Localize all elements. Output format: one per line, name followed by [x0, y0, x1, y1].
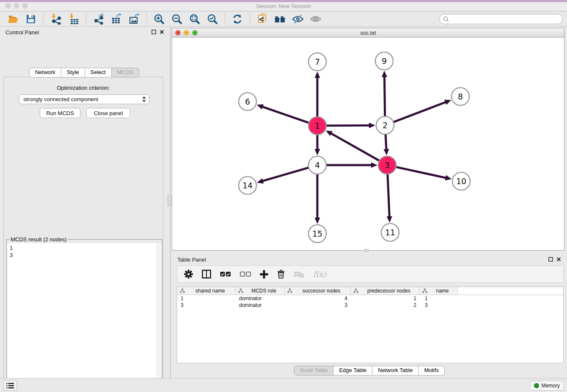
zoom-in-icon[interactable]	[153, 13, 165, 25]
first-neighbors-icon[interactable]	[274, 13, 286, 25]
export-table-icon[interactable]	[110, 13, 123, 25]
table-cell: 3	[420, 302, 458, 308]
zoom-out-icon[interactable]	[171, 13, 183, 25]
node-table[interactable]: shared nameMCDS rolesuccessor nodesprede…	[177, 287, 564, 363]
tab-style[interactable]: Style	[61, 68, 85, 77]
optimization-criterion-label: Optimization criterion:	[4, 85, 163, 91]
close-table-panel-icon[interactable]	[556, 257, 561, 262]
control-panel: Control Panel NetworkStyleSelectMCDS Opt…	[0, 27, 168, 378]
save-icon[interactable]	[25, 13, 37, 25]
mcds-result-area[interactable]: 13	[7, 243, 162, 392]
close-panel-icon[interactable]	[160, 30, 164, 34]
table-cell: 1	[351, 295, 420, 301]
network-canvas[interactable]: 7968124314101511	[172, 38, 564, 250]
column-header-successor-nodes[interactable]: successor nodes	[285, 287, 351, 295]
arrowhead-1-4	[315, 149, 320, 155]
arrowhead-4-15	[315, 218, 320, 224]
toolbar-separator	[225, 13, 225, 25]
node-label-4: 4	[315, 160, 320, 170]
table-cell: 1	[420, 295, 458, 301]
hide-selected-icon[interactable]	[292, 13, 304, 25]
column-header-label: successor nodes	[292, 288, 350, 294]
network-graph[interactable]: 7968124314101511	[172, 38, 564, 250]
task-history-button[interactable]	[3, 380, 17, 391]
arrowhead-2-3	[383, 149, 389, 155]
table-tab-node-table[interactable]: Node Table	[294, 366, 334, 375]
table-row[interactable]: 1dominator411	[177, 295, 563, 302]
edge-1-6[interactable]	[261, 106, 308, 122]
column-header-MCDS-role[interactable]: MCDS role	[236, 287, 285, 295]
table-cell: dominator	[236, 295, 285, 301]
table-panel-title: Table Panel	[177, 257, 206, 263]
tab-network[interactable]: Network	[29, 68, 61, 77]
edge-4-14[interactable]	[262, 168, 308, 181]
zoom-selected-icon[interactable]	[206, 13, 219, 25]
arrowhead-3-10	[445, 175, 451, 181]
toolbar-separator	[250, 13, 250, 25]
delete-column-icon[interactable]	[277, 270, 285, 279]
refresh-icon[interactable]	[231, 13, 244, 25]
edge-2-8[interactable]	[394, 102, 447, 122]
close-panel-button[interactable]: Close panel	[86, 108, 130, 118]
vertical-splitter-handle[interactable]	[168, 195, 171, 206]
node-label-8: 8	[458, 92, 463, 101]
table-cell: 3	[285, 302, 351, 308]
columns-icon[interactable]	[202, 270, 211, 279]
edge-3-1[interactable]	[330, 133, 379, 160]
edge-3-11[interactable]	[388, 174, 389, 218]
network-window-titlebar[interactable]: × − + scc.txt	[172, 28, 564, 38]
clone-network-icon[interactable]	[256, 13, 269, 25]
mcds-result-lines: 13	[7, 243, 162, 259]
network-window-title: scc.txt	[172, 30, 564, 36]
open-folder-icon[interactable]	[7, 13, 19, 25]
table-tab-network-table[interactable]: Network Table	[372, 366, 418, 375]
result-scrollbar[interactable]	[157, 243, 162, 392]
node-label-6: 6	[245, 97, 250, 106]
criterion-value: strongly connected component	[23, 96, 98, 102]
export-network-icon[interactable]	[92, 13, 105, 25]
table-cell: 4	[285, 295, 351, 301]
float-panel-icon[interactable]	[151, 30, 156, 34]
float-table-panel-icon[interactable]	[548, 257, 553, 262]
sort-tree-icon	[422, 288, 427, 293]
main-toolbar	[0, 11, 567, 27]
node-label-9: 9	[382, 56, 387, 66]
edge-1-2[interactable]	[327, 125, 370, 126]
export-image-icon[interactable]	[128, 13, 140, 25]
edge-2-9[interactable]	[384, 76, 385, 116]
select-all-icon[interactable]	[220, 271, 231, 277]
table-tabs: Node TableEdge TableNetwork TableMotifs	[172, 366, 567, 375]
node-label-11: 11	[385, 228, 395, 237]
table-tab-edge-table[interactable]: Edge Table	[333, 366, 372, 375]
control-panel-title: Control Panel	[6, 29, 39, 36]
zoom-fit-icon[interactable]	[188, 13, 201, 25]
run-mcds-button[interactable]: Run MCDS	[40, 108, 80, 118]
tab-select[interactable]: Select	[85, 68, 112, 77]
add-column-icon[interactable]	[260, 270, 268, 279]
node-label-10: 10	[456, 177, 466, 186]
criterion-dropdown[interactable]: strongly connected component	[19, 94, 149, 104]
memory-button[interactable]: Memory	[530, 381, 564, 391]
search-input[interactable]	[451, 16, 562, 22]
table-row[interactable]: 3dominator323	[177, 302, 563, 309]
arrowhead-1-7	[315, 72, 320, 78]
sort-tree-icon	[238, 288, 243, 293]
column-header-predecessor-nodes[interactable]: predecessor nodes	[351, 287, 420, 295]
import-table-icon[interactable]	[67, 13, 80, 25]
toolbar-separator	[43, 13, 44, 25]
gear-icon[interactable]	[184, 270, 193, 279]
edge-3-10[interactable]	[396, 167, 446, 178]
show-all-icon[interactable]	[309, 13, 322, 25]
toolbar-separator	[86, 13, 86, 25]
column-header-name[interactable]: name	[420, 287, 458, 295]
import-network-icon[interactable]	[50, 13, 62, 25]
search-box[interactable]	[439, 14, 563, 24]
sort-tree-icon	[287, 288, 292, 293]
horizontal-splitter-handle[interactable]	[364, 249, 369, 252]
edge-2-3[interactable]	[385, 135, 386, 150]
node-label-7: 7	[315, 57, 320, 66]
deselect-all-icon[interactable]	[240, 271, 251, 277]
column-header-shared-name[interactable]: shared name	[177, 287, 236, 295]
tab-mcds[interactable]: MCDS	[111, 68, 139, 77]
table-tab-motifs[interactable]: Motifs	[418, 366, 445, 375]
